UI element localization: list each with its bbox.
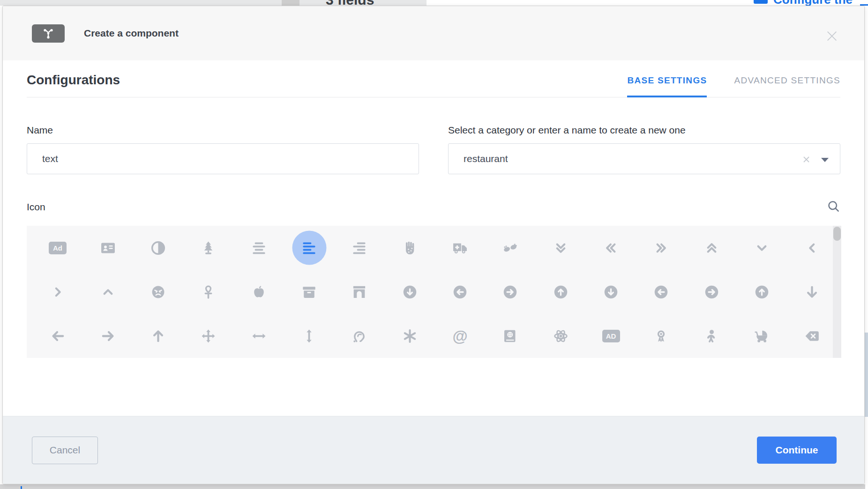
background-bottom-tick bbox=[21, 486, 22, 489]
icon-arrow-circle-right[interactable] bbox=[701, 270, 722, 314]
icon-arrow-circle-up[interactable] bbox=[752, 270, 772, 314]
icon-arrow-circle-left[interactable] bbox=[651, 270, 672, 314]
dialog-header: Create a component bbox=[3, 6, 864, 60]
icon-angry[interactable] bbox=[148, 270, 169, 314]
background-page-bottom bbox=[0, 484, 868, 489]
page-title: Configurations bbox=[27, 73, 120, 97]
close-icon[interactable] bbox=[825, 30, 838, 43]
icon-arrows-alt[interactable] bbox=[198, 314, 219, 358]
background-page-top: 3 fields Configure the bbox=[0, 0, 868, 6]
background-fields-text: 3 fields bbox=[326, 0, 448, 6]
clear-icon[interactable] bbox=[802, 155, 811, 166]
icon-arrow-down[interactable] bbox=[802, 270, 823, 314]
background-link-icon bbox=[754, 0, 768, 4]
name-input[interactable] bbox=[27, 143, 419, 174]
icon-archway[interactable] bbox=[349, 270, 370, 314]
icon-allergies[interactable] bbox=[399, 226, 420, 270]
category-field-group: Select a category or enter a name to cre… bbox=[448, 125, 840, 174]
background-link-text: Configure the bbox=[773, 0, 862, 6]
background-scrollbar-piece bbox=[282, 0, 299, 6]
icon-angle-double-right[interactable] bbox=[651, 226, 672, 270]
dialog-body: Configurations BASE SETTINGS ADVANCED SE… bbox=[3, 60, 864, 416]
icon-arrow-alt-circle-down[interactable] bbox=[399, 270, 420, 314]
icon-assistive-listening-systems[interactable] bbox=[349, 314, 370, 358]
icon-baby-carriage[interactable] bbox=[752, 314, 772, 358]
component-node-icon bbox=[32, 24, 65, 43]
category-selected-value: restaurant bbox=[464, 153, 508, 164]
form-fields: Name Select a category or enter a name t… bbox=[27, 125, 840, 174]
icon-atlas[interactable] bbox=[500, 314, 521, 358]
name-label: Name bbox=[27, 125, 419, 136]
continue-button[interactable]: Continue bbox=[757, 437, 837, 464]
icon-apple-alt[interactable] bbox=[248, 270, 269, 314]
icon-picker-grid: Ad@AD bbox=[27, 226, 841, 358]
dialog-title: Create a component bbox=[84, 28, 179, 39]
create-component-dialog: Create a component Configurations BASE S… bbox=[2, 6, 865, 484]
icon-angle-double-left[interactable] bbox=[601, 226, 621, 270]
category-select[interactable]: restaurant bbox=[448, 143, 840, 174]
icon-at[interactable]: @ bbox=[450, 314, 471, 358]
scrollbar-thumb[interactable] bbox=[833, 227, 841, 241]
cancel-button[interactable]: Cancel bbox=[32, 437, 98, 464]
dialog-footer: Cancel Continue bbox=[3, 416, 864, 484]
icon-air-freshener[interactable] bbox=[198, 226, 219, 270]
tab-base-settings[interactable]: BASE SETTINGS bbox=[627, 75, 707, 97]
icon-award[interactable] bbox=[651, 314, 672, 358]
icon-align-left[interactable] bbox=[299, 226, 320, 270]
icon-arrow-circle-down[interactable] bbox=[601, 270, 621, 314]
name-field-group: Name bbox=[27, 125, 419, 174]
icon-arrow-right[interactable] bbox=[97, 314, 118, 358]
icon-baby[interactable] bbox=[701, 314, 722, 358]
icon-atom[interactable] bbox=[550, 314, 571, 358]
icon-arrow-up[interactable] bbox=[148, 314, 169, 358]
icon-ad[interactable]: Ad bbox=[47, 226, 68, 270]
icon-ambulance[interactable] bbox=[450, 226, 471, 270]
icon-asterisk[interactable] bbox=[399, 314, 420, 358]
icon-grid-row: Ad bbox=[27, 226, 841, 270]
chevron-down-icon[interactable] bbox=[821, 158, 829, 162]
icon-adjust[interactable] bbox=[148, 226, 169, 270]
icon-label: Icon bbox=[27, 201, 45, 213]
icon-angle-double-down[interactable] bbox=[550, 226, 571, 270]
icon-address-card[interactable] bbox=[97, 226, 118, 270]
icon-angle-double-up[interactable] bbox=[701, 226, 722, 270]
icon-align-center[interactable] bbox=[248, 226, 269, 270]
icon-section-header: Icon bbox=[27, 200, 840, 215]
background-bottom-white bbox=[865, 484, 868, 489]
icon-ankh[interactable] bbox=[198, 270, 219, 314]
icon-audio-description[interactable]: AD bbox=[601, 314, 621, 358]
icon-arrow-alt-circle-right[interactable] bbox=[500, 270, 521, 314]
icon-arrow-alt-circle-up[interactable] bbox=[550, 270, 571, 314]
search-icon[interactable] bbox=[827, 200, 840, 215]
icon-grid-row: @AD bbox=[27, 314, 841, 358]
icon-arrow-left[interactable] bbox=[47, 314, 68, 358]
icon-arrows-alt-h[interactable] bbox=[248, 314, 269, 358]
icon-align-right[interactable] bbox=[349, 226, 370, 270]
icon-grid-scrollbar[interactable] bbox=[833, 226, 841, 358]
icon-angle-left[interactable] bbox=[802, 226, 823, 270]
icon-american-sign-language-interpreting[interactable] bbox=[500, 226, 521, 270]
icon-archive[interactable] bbox=[299, 270, 320, 314]
icon-rows: Ad@AD bbox=[27, 226, 841, 358]
icon-angle-up[interactable] bbox=[97, 270, 118, 314]
settings-tabs: BASE SETTINGS ADVANCED SETTINGS bbox=[627, 75, 840, 97]
icon-arrows-alt-v[interactable] bbox=[299, 314, 320, 358]
icon-angle-down[interactable] bbox=[752, 226, 772, 270]
icon-backspace[interactable] bbox=[802, 314, 823, 358]
icon-arrow-alt-circle-left[interactable] bbox=[450, 270, 471, 314]
tab-advanced-settings[interactable]: ADVANCED SETTINGS bbox=[734, 75, 840, 97]
icon-angle-right[interactable] bbox=[47, 270, 68, 314]
icon-grid-row bbox=[27, 270, 841, 314]
category-label: Select a category or enter a name to cre… bbox=[448, 125, 840, 136]
configurations-row: Configurations BASE SETTINGS ADVANCED SE… bbox=[27, 60, 840, 97]
